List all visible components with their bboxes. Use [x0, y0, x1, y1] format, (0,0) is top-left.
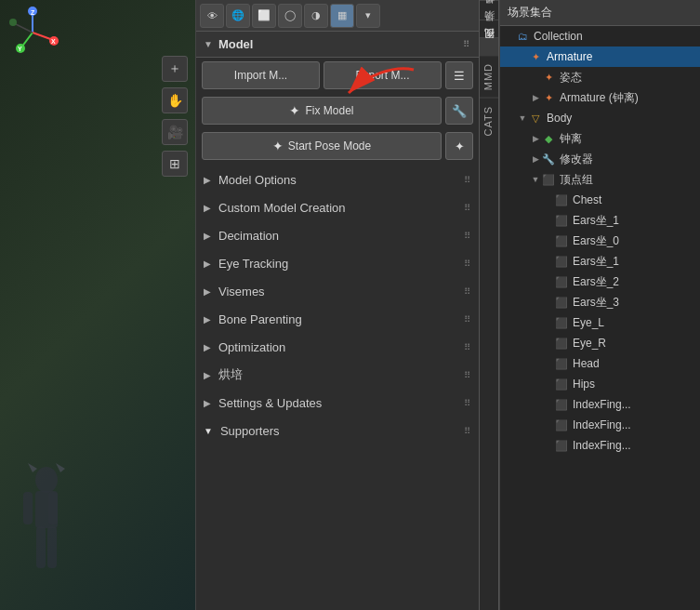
item-label-7: 顶点组: [560, 172, 696, 188]
section-dots-5: ⠿: [464, 314, 471, 325]
cube-toolbar-icon[interactable]: ⬜: [252, 4, 276, 28]
side-tab-cats[interactable]: CATS: [480, 98, 498, 144]
axis-indicator: Z X Y: [5, 5, 60, 60]
svg-text:X: X: [51, 38, 56, 45]
section-item-1[interactable]: ▶Custom Model Creation⠿: [196, 193, 479, 221]
item-label-2: 姿态: [560, 70, 696, 86]
section-arrow-5: ▶: [204, 314, 211, 325]
item-label-9: Ears坐_1: [573, 213, 696, 229]
outliner-item-9[interactable]: ⬛Ears坐_1: [500, 210, 700, 231]
side-tab-scene[interactable]: 场景: [480, 20, 498, 37]
section-arrow-1: ▶: [204, 203, 211, 213]
svg-rect-13: [23, 492, 33, 524]
outliner-item-12[interactable]: ⬛Ears坐_2: [500, 272, 700, 292]
outliner-item-7[interactable]: ▼⬛顶点组: [500, 169, 700, 190]
outliner-item-14[interactable]: ⬛Eye_L: [500, 312, 700, 333]
outliner-item-3[interactable]: ▶✦Armature (钟离): [500, 87, 700, 108]
section-item-9[interactable]: ▼Supporters⠿: [196, 417, 479, 444]
item-icon-14: ⬛: [554, 315, 569, 330]
outliner-item-2[interactable]: ✦姿态: [500, 67, 700, 87]
section-label-8: Settings & Updates: [218, 396, 322, 410]
wrench-icon[interactable]: 🔧: [445, 97, 473, 125]
item-icon-2: ✦: [541, 70, 556, 85]
outliner-item-16[interactable]: ⬛Head: [500, 353, 700, 374]
section-label-2: Decimation: [218, 229, 279, 243]
item-icon-1: ✦: [528, 49, 543, 64]
item-label-4: Body: [547, 112, 696, 125]
item-icon-13: ⬛: [554, 295, 569, 310]
more-icon[interactable]: ▾: [356, 4, 380, 28]
side-tab-mmd[interactable]: MMD: [480, 55, 498, 98]
side-tab-scene-collection[interactable]: 场景集合: [480, 0, 498, 20]
side-tab-view[interactable]: 视图: [480, 37, 498, 55]
panel-top-toolbar: 👁 🌐 ⬜ ◯ ◑ ▦ ▾: [196, 0, 479, 32]
section-arrow-6: ▶: [204, 342, 211, 352]
section-item-5[interactable]: ▶Bone Parenting⠿: [196, 305, 479, 333]
section-label-6: Optimization: [218, 340, 285, 354]
zoom-in-icon[interactable]: ＋: [162, 56, 188, 82]
import-button[interactable]: Import M...: [202, 61, 320, 89]
section-arrow-0: ▶: [204, 175, 211, 185]
section-label-1: Custom Model Creation: [218, 201, 346, 215]
start-pose-button[interactable]: ✦ Start Pose Mode: [202, 132, 442, 160]
camera-icon[interactable]: 🎥: [162, 119, 188, 145]
hand-icon[interactable]: ✋: [162, 87, 188, 113]
section-item-2[interactable]: ▶Decimation⠿: [196, 221, 479, 249]
export-button[interactable]: Export M...: [324, 61, 442, 89]
section-dots-6: ⠿: [464, 342, 471, 352]
grid-toolbar-icon[interactable]: ▦: [330, 4, 354, 28]
viewport: Z X Y ＋ ✋ 🎥 ⊞: [0, 0, 195, 610]
item-label-15: Eye_R: [573, 337, 696, 350]
section-item-6[interactable]: ▶Optimization⠿: [196, 333, 479, 361]
item-label-16: Head: [573, 357, 696, 370]
svg-rect-16: [47, 526, 57, 568]
eye-toolbar-icon[interactable]: 👁: [200, 4, 224, 28]
pose-icon-right[interactable]: ✦: [445, 132, 473, 160]
section-item-0[interactable]: ▶Model Options⠿: [196, 166, 479, 193]
outliner-item-19[interactable]: ⬛IndexFing...: [500, 415, 700, 435]
panel-header-dots: ⠿: [463, 39, 471, 49]
outliner-item-15[interactable]: ⬛Eye_R: [500, 333, 700, 353]
section-item-7[interactable]: ▶烘培⠿: [196, 361, 479, 389]
section-item-8[interactable]: ▶Settings & Updates⠿: [196, 389, 479, 417]
outliner-item-4[interactable]: ▼▽Body: [500, 108, 700, 128]
fix-model-button[interactable]: ✦ Fix Model: [202, 97, 442, 125]
item-label-20: IndexFing...: [573, 439, 696, 452]
svg-line-9: [14, 23, 33, 33]
outliner-item-17[interactable]: ⬛Hips: [500, 374, 700, 394]
outliner-item-8[interactable]: ⬛Chest: [500, 190, 700, 210]
globe-toolbar-icon[interactable]: 🌐: [226, 4, 250, 28]
item-icon-16: ⬛: [554, 356, 569, 371]
grid-icon[interactable]: ⊞: [162, 151, 188, 177]
outliner-item-18[interactable]: ⬛IndexFing...: [500, 394, 700, 415]
item-icon-0: 🗂: [515, 29, 530, 44]
outliner-item-13[interactable]: ⬛Ears坐_3: [500, 292, 700, 312]
outliner-item-5[interactable]: ▶◆钟离: [500, 128, 700, 149]
outliner-item-6[interactable]: ▶🔧修改器: [500, 149, 700, 169]
section-label-4: Visemes: [218, 285, 265, 298]
item-icon-5: ◆: [541, 131, 556, 146]
outliner-item-20[interactable]: ⬛IndexFing...: [500, 435, 700, 456]
outliner-item-1[interactable]: ✦Armature: [500, 46, 700, 67]
item-icon-6: 🔧: [541, 152, 556, 166]
section-list: ▶Model Options⠿▶Custom Model Creation⠿▶D…: [196, 164, 479, 610]
item-label-14: Eye_L: [573, 316, 696, 329]
item-label-0: Collection: [534, 30, 696, 43]
outliner-item-0[interactable]: 🗂Collection: [500, 26, 700, 46]
section-item-4[interactable]: ▶Visemes⠿: [196, 277, 479, 305]
panel-collapse-arrow[interactable]: ▼: [204, 39, 213, 49]
outliner-item-11[interactable]: ⬛Ears坐_1: [500, 251, 700, 272]
item-icon-4: ▽: [528, 111, 543, 126]
menu-icon[interactable]: ☰: [445, 61, 473, 89]
item-icon-9: ⬛: [554, 213, 569, 228]
section-item-3[interactable]: ▶Eye Tracking⠿: [196, 249, 479, 277]
side-tabs: 场景集合 场景 视图 MMD CATS: [479, 0, 499, 610]
start-pose-label: Start Pose Mode: [288, 139, 371, 152]
pose-icon-left: ✦: [272, 139, 284, 153]
item-label-19: IndexFing...: [573, 418, 696, 431]
circle-toolbar-icon[interactable]: ◯: [278, 4, 302, 28]
item-label-11: Ears坐_1: [573, 254, 696, 270]
half-circle-toolbar-icon[interactable]: ◑: [304, 4, 328, 28]
outliner-item-10[interactable]: ⬛Ears坐_0: [500, 231, 700, 251]
panel-area: 👁 🌐 ⬜ ◯ ◑ ▦ ▾ ▼ Model ⠿ Import M... Expo…: [195, 0, 479, 610]
